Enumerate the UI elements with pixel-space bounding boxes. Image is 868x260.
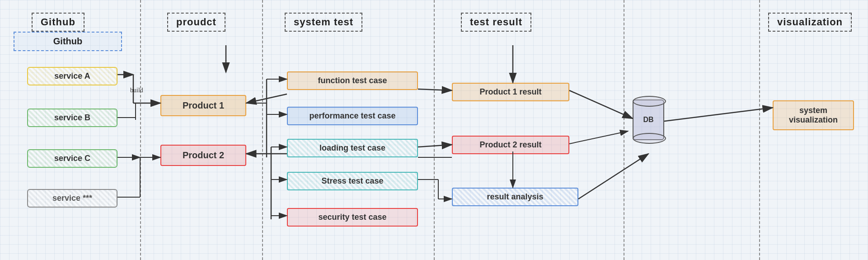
product-2-box: Product 2	[160, 145, 246, 166]
db-cylinder: DB	[633, 99, 664, 140]
service-c-box: service C	[27, 149, 117, 168]
load-test-box: loading test case	[287, 139, 418, 157]
col-header-system-test: system test	[285, 13, 362, 32]
svg-line-26	[418, 145, 452, 147]
divider-4	[624, 0, 624, 260]
viz-box: system visualization	[773, 100, 854, 130]
svg-line-32	[578, 154, 648, 199]
build-label: build	[130, 87, 143, 94]
divider-1	[140, 0, 141, 260]
col-header-product: proudct	[167, 13, 225, 32]
diagram-container: Github proudct system test test result v…	[0, 0, 868, 260]
divider-5	[759, 0, 760, 260]
col-header-github: Github	[32, 13, 84, 32]
product-1-box: Product 1	[160, 95, 246, 116]
github-box: Github	[14, 32, 122, 51]
result-analysis-box: result analysis	[452, 188, 578, 206]
divider-2	[262, 0, 263, 260]
col-header-test-result: test result	[461, 13, 531, 32]
sec-test-box: security test case	[287, 208, 418, 227]
svg-line-25	[418, 89, 452, 90]
result-1-box: Product 1 result	[452, 83, 569, 101]
service-d-box: service ***	[27, 189, 117, 208]
svg-line-34	[569, 131, 628, 144]
func-test-box: function test case	[287, 71, 418, 90]
svg-line-30	[569, 90, 633, 118]
svg-line-22	[246, 94, 287, 103]
divider-3	[434, 0, 435, 260]
service-a-box: service A	[27, 67, 117, 85]
col-header-visualization: visualization	[768, 13, 852, 32]
svg-line-33	[664, 108, 773, 121]
db-shape: DB	[633, 99, 664, 140]
stress-test-box: Stress test case	[287, 172, 418, 190]
perf-test-box: performance test case	[287, 107, 418, 125]
result-2-box: Product 2 result	[452, 136, 569, 154]
service-b-box: service B	[27, 109, 117, 127]
